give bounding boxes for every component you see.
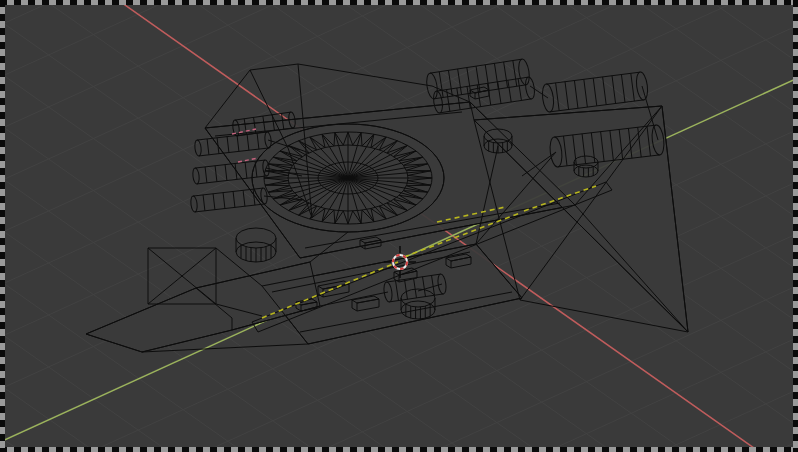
3d-viewport[interactable] <box>0 0 798 452</box>
viewport-border-right <box>793 0 798 452</box>
viewport-border-top <box>0 0 798 5</box>
viewport-border-bottom <box>0 447 798 452</box>
viewport-canvas[interactable] <box>0 0 798 452</box>
viewport-border-left <box>0 0 5 452</box>
